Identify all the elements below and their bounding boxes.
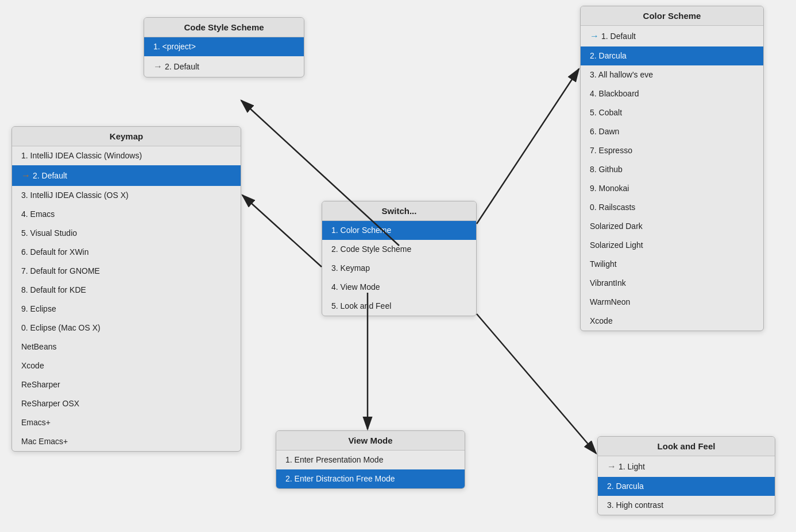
keymap-item-0[interactable]: 0. Eclipse (Mac OS X) <box>12 319 241 337</box>
look-and-feel-title: Look and Feel <box>598 437 775 456</box>
color-scheme-item-8[interactable]: 8. Github <box>581 160 763 179</box>
keymap-item-5[interactable]: 5. Visual Studio <box>12 224 241 243</box>
color-scheme-item-5[interactable]: 5. Cobalt <box>581 103 763 122</box>
switch-panel: Switch... 1. Color Scheme 2. Code Style … <box>322 201 477 316</box>
view-mode-item-1[interactable]: 1. Enter Presentation Mode <box>276 451 465 469</box>
color-scheme-item-0[interactable]: 0. Railscasts <box>581 198 763 217</box>
keymap-item-1[interactable]: 1. IntelliJ IDEA Classic (Windows) <box>12 146 241 165</box>
keymap-item-xcode[interactable]: Xcode <box>12 356 241 375</box>
keymap-item-9[interactable]: 9. Eclipse <box>12 300 241 319</box>
color-scheme-item-3[interactable]: 3. All hallow's eve <box>581 65 763 84</box>
view-mode-panel: View Mode 1. Enter Presentation Mode 2. … <box>276 430 465 489</box>
code-style-item-1[interactable]: 1. <project> <box>144 37 304 56</box>
color-scheme-item-9[interactable]: 9. Monokai <box>581 179 763 198</box>
color-scheme-item-1[interactable]: → 1. Default <box>581 26 763 46</box>
color-scheme-item-solarized-light[interactable]: Solarized Light <box>581 236 763 255</box>
view-mode-item-2[interactable]: 2. Enter Distraction Free Mode <box>276 469 465 488</box>
switch-item-4[interactable]: 4. View Mode <box>322 278 476 297</box>
arrow-orange-icon: → <box>21 169 30 182</box>
color-scheme-item-warmneon[interactable]: WarmNeon <box>581 293 763 312</box>
look-and-feel-item-1[interactable]: → 1. Light <box>598 456 775 477</box>
svg-line-1 <box>477 69 579 224</box>
color-scheme-panel: Color Scheme → 1. Default 2. Darcula 3. … <box>580 6 764 331</box>
color-scheme-title: Color Scheme <box>581 6 763 26</box>
keymap-item-netbeans[interactable]: NetBeans <box>12 337 241 356</box>
keymap-item-7[interactable]: 7. Default for GNOME <box>12 262 241 281</box>
look-and-feel-item-3[interactable]: 3. High contrast <box>598 496 775 515</box>
keymap-panel: Keymap 1. IntelliJ IDEA Classic (Windows… <box>11 126 241 452</box>
color-scheme-item-xcode[interactable]: Xcode <box>581 312 763 331</box>
code-style-scheme-title: Code Style Scheme <box>144 18 304 37</box>
keymap-item-emacs-plus[interactable]: Emacs+ <box>12 413 241 432</box>
keymap-item-mac-emacs-plus[interactable]: Mac Emacs+ <box>12 432 241 451</box>
keymap-item-8[interactable]: 8. Default for KDE <box>12 281 241 300</box>
color-scheme-item-4[interactable]: 4. Blackboard <box>581 84 763 103</box>
color-scheme-item-6[interactable]: 6. Dawn <box>581 122 763 141</box>
arrow-gray-icon: → <box>153 60 163 73</box>
switch-item-3[interactable]: 3. Keymap <box>322 259 476 278</box>
keymap-item-3[interactable]: 3. IntelliJ IDEA Classic (OS X) <box>12 186 241 205</box>
color-scheme-item-2[interactable]: 2. Darcula <box>581 46 763 65</box>
color-scheme-item-twilight[interactable]: Twilight <box>581 255 763 274</box>
look-and-feel-panel: Look and Feel → 1. Light 2. Darcula 3. H… <box>597 436 775 515</box>
switch-title: Switch... <box>322 201 476 221</box>
keymap-item-6[interactable]: 6. Default for XWin <box>12 243 241 262</box>
switch-item-5[interactable]: 5. Look and Feel <box>322 297 476 316</box>
view-mode-title: View Mode <box>276 431 465 451</box>
color-scheme-item-7[interactable]: 7. Espresso <box>581 141 763 160</box>
svg-line-5 <box>477 314 596 453</box>
switch-item-1[interactable]: 1. Color Scheme <box>322 221 476 240</box>
keymap-item-resharper[interactable]: ReSharper <box>12 375 241 394</box>
arrow-blue-icon: → <box>590 29 599 43</box>
svg-line-3 <box>242 195 322 267</box>
keymap-title: Keymap <box>12 127 241 146</box>
look-and-feel-item-2[interactable]: 2. Darcula <box>598 477 775 496</box>
code-style-item-2[interactable]: → 2. Default <box>144 56 304 77</box>
switch-item-2[interactable]: 2. Code Style Scheme <box>322 240 476 259</box>
keymap-item-resharper-osx[interactable]: ReSharper OSX <box>12 394 241 413</box>
arrow-gray-laf-icon: → <box>607 460 616 473</box>
code-style-scheme-panel: Code Style Scheme 1. <project> → 2. Defa… <box>144 17 304 77</box>
keymap-item-4[interactable]: 4. Emacs <box>12 205 241 224</box>
keymap-item-2[interactable]: → 2. Default <box>12 165 241 186</box>
color-scheme-item-solarized-dark[interactable]: Solarized Dark <box>581 217 763 236</box>
color-scheme-item-vibrantink[interactable]: VibrantInk <box>581 274 763 293</box>
